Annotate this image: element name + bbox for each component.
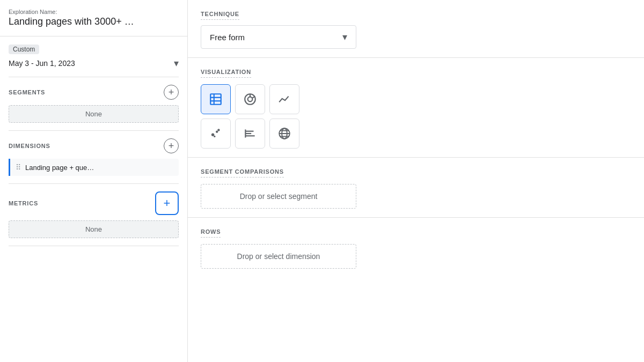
- chevron-down-icon[interactable]: ▾: [174, 57, 179, 69]
- svg-rect-0: [210, 94, 221, 105]
- segments-title: SEGMENTS: [9, 89, 45, 95]
- metrics-header: METRICS +: [9, 191, 179, 215]
- viz-table-button[interactable]: [201, 84, 231, 114]
- right-panel: TECHNIQUE Free form ▾ VISUALIZATION: [188, 0, 644, 362]
- rows-label: ROWS: [201, 228, 221, 238]
- segments-header: SEGMENTS +: [9, 85, 179, 100]
- viz-geo-button[interactable]: [269, 119, 299, 149]
- date-range-row[interactable]: May 3 - Jun 1, 2023 ▾: [9, 57, 179, 69]
- left-panel: Exploration Name: Landing pages with 300…: [0, 0, 188, 362]
- rows-drop-zone[interactable]: Drop or select dimension: [201, 244, 356, 269]
- date-section: Custom May 3 - Jun 1, 2023 ▾: [9, 36, 179, 77]
- visualization-section: VISUALIZATION: [188, 58, 644, 158]
- visualization-grid: [201, 84, 631, 149]
- segment-comparisons-label: SEGMENT COMPARISONS: [201, 168, 284, 178]
- technique-label: TECHNIQUE: [201, 11, 239, 20]
- metrics-none[interactable]: None: [9, 220, 179, 238]
- svg-point-8: [211, 133, 214, 136]
- dimension-item[interactable]: ⠿ Landing page + que…: [9, 159, 179, 176]
- segments-none[interactable]: None: [9, 105, 179, 123]
- custom-label: Custom: [9, 45, 39, 54]
- segments-section: SEGMENTS + None: [9, 77, 179, 131]
- add-dimension-button[interactable]: +: [164, 138, 179, 153]
- segment-drop-zone[interactable]: Drop or select segment: [201, 184, 356, 209]
- svg-point-10: [214, 136, 215, 137]
- date-range-text: May 3 - Jun 1, 2023: [9, 59, 75, 68]
- rows-section: ROWS Drop or select dimension: [188, 218, 644, 277]
- svg-point-9: [216, 131, 218, 133]
- dimensions-section: DIMENSIONS + ⠿ Landing page + que…: [9, 131, 179, 184]
- exploration-label: Exploration Name:: [9, 9, 179, 15]
- exploration-name[interactable]: Landing pages with 3000+ …: [9, 16, 179, 27]
- svg-point-5: [248, 97, 253, 102]
- viz-donut-button[interactable]: [235, 84, 265, 114]
- dimensions-title: DIMENSIONS: [9, 143, 50, 149]
- add-metrics-button[interactable]: +: [155, 191, 179, 215]
- dimension-text: Landing page + que…: [25, 164, 94, 172]
- add-segment-button[interactable]: +: [164, 85, 179, 100]
- metrics-title: METRICS: [9, 200, 38, 206]
- dimensions-header: DIMENSIONS +: [9, 138, 179, 153]
- viz-line-button[interactable]: [269, 84, 299, 114]
- viz-scatter-button[interactable]: [201, 119, 231, 149]
- svg-point-11: [217, 129, 219, 131]
- segment-comparisons-section: SEGMENT COMPARISONS Drop or select segme…: [188, 158, 644, 218]
- viz-bar-button[interactable]: [235, 119, 265, 149]
- dropdown-arrow-icon: ▾: [342, 31, 347, 43]
- drag-handle-icon: ⠿: [16, 163, 21, 172]
- technique-section: TECHNIQUE Free form ▾: [188, 0, 644, 58]
- technique-value: Free form: [210, 33, 245, 42]
- metrics-section: METRICS + None: [9, 184, 179, 246]
- technique-dropdown[interactable]: Free form ▾: [201, 25, 356, 49]
- visualization-label: VISUALIZATION: [201, 69, 251, 78]
